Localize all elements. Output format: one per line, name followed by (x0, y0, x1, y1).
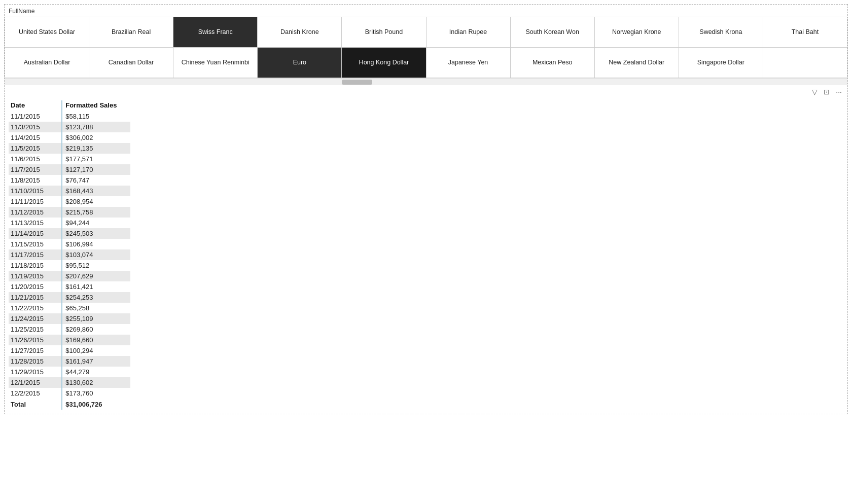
currency-cell-indian-rupee[interactable]: Indian Rupee (427, 17, 511, 48)
cell-date: 11/26/2015 (9, 335, 62, 345)
currency-cell-swiss-franc[interactable]: Swiss Franc (173, 17, 258, 48)
table-row: 11/10/2015$168,443 (9, 186, 130, 196)
cell-sales: $269,860 (62, 324, 130, 335)
data-table: Date Formatted Sales 11/1/2015$58,11511/… (9, 100, 130, 410)
currency-cell-thai-baht[interactable]: Thai Baht (763, 17, 847, 48)
outer-container: FullName United States DollarBrazilian R… (4, 4, 848, 414)
cell-date: 11/22/2015 (9, 303, 62, 313)
table-row: 11/6/2015$177,571 (9, 154, 130, 164)
cell-sales: $100,294 (62, 345, 130, 356)
horizontal-scrollbar[interactable] (5, 78, 847, 85)
currency-cell-united-states-dollar[interactable]: United States Dollar (5, 17, 89, 48)
table-row: 11/4/2015$306,002 (9, 132, 130, 143)
table-body: 11/1/2015$58,11511/3/2015$123,78811/4/20… (9, 111, 130, 399)
table-row: 11/22/2015$65,258 (9, 303, 130, 313)
cell-sales: $94,244 (62, 218, 130, 228)
cell-sales: $58,115 (62, 111, 130, 122)
total-value: $31,006,726 (62, 399, 130, 410)
table-section: Date Formatted Sales 11/1/2015$58,11511/… (5, 98, 847, 414)
table-row: 11/27/2015$100,294 (9, 345, 130, 356)
cell-sales: $169,660 (62, 335, 130, 345)
cell-sales: $127,170 (62, 164, 130, 175)
cell-date: 11/14/2015 (9, 228, 62, 239)
currency-cell-norwegian-krone[interactable]: Norwegian Krone (595, 17, 679, 48)
table-row: 11/28/2015$161,947 (9, 356, 130, 367)
cell-sales: $123,788 (62, 122, 130, 132)
cell-date: 11/4/2015 (9, 132, 62, 143)
total-label: Total (9, 399, 62, 410)
cell-date: 11/6/2015 (9, 154, 62, 164)
cell-date: 11/29/2015 (9, 367, 62, 377)
currency-cell-japanese-yen[interactable]: Japanese Yen (427, 48, 511, 78)
table-row: 11/19/2015$207,629 (9, 271, 130, 281)
full-name-label: FullName (5, 7, 847, 17)
cell-date: 12/1/2015 (9, 377, 62, 388)
table-row: 11/15/2015$106,994 (9, 239, 130, 249)
cell-date: 11/20/2015 (9, 281, 62, 292)
currency-cell-new-zealand-dollar[interactable]: New Zealand Dollar (595, 48, 679, 78)
cell-sales: $215,758 (62, 207, 130, 218)
currency-cell-euro[interactable]: Euro (258, 48, 342, 78)
currency-cell-mexican-peso[interactable]: Mexican Peso (511, 48, 595, 78)
table-row: 12/2/2015$173,760 (9, 388, 130, 399)
cell-sales: $65,258 (62, 303, 130, 313)
currency-cell-empty-9 (763, 48, 847, 78)
currency-cell-danish-krone[interactable]: Danish Krone (258, 17, 342, 48)
cell-date: 11/19/2015 (9, 271, 62, 281)
table-row: 11/7/2015$127,170 (9, 164, 130, 175)
cell-date: 12/2/2015 (9, 388, 62, 399)
currency-cell-british-pound[interactable]: British Pound (342, 17, 426, 48)
table-row: 11/12/2015$215,758 (9, 207, 130, 218)
currency-cell-singapore-dollar[interactable]: Singapore Dollar (679, 48, 763, 78)
cell-sales: $207,629 (62, 271, 130, 281)
currency-cell-south-korean-won[interactable]: South Korean Won (511, 17, 595, 48)
cell-date: 11/1/2015 (9, 111, 62, 122)
cell-date: 11/25/2015 (9, 324, 62, 335)
cell-date: 11/27/2015 (9, 345, 62, 356)
total-row: Total $31,006,726 (9, 399, 130, 410)
table-row: 11/29/2015$44,279 (9, 367, 130, 377)
currency-cell-brazilian-real[interactable]: Brazilian Real (89, 17, 173, 48)
cell-sales: $95,512 (62, 260, 130, 271)
currency-cell-chinese-yuan-renminbi[interactable]: Chinese Yuan Renminbi (173, 48, 258, 78)
table-row: 11/1/2015$58,115 (9, 111, 130, 122)
cell-sales: $219,135 (62, 143, 130, 154)
cell-date: 11/10/2015 (9, 186, 62, 196)
cell-date: 11/11/2015 (9, 196, 62, 207)
scrollbar-thumb[interactable] (342, 80, 372, 85)
cell-sales: $168,443 (62, 186, 130, 196)
table-row: 11/21/2015$254,253 (9, 292, 130, 303)
more-icon[interactable]: ··· (834, 87, 843, 97)
table-row: 11/24/2015$255,109 (9, 313, 130, 324)
table-header-row: Date Formatted Sales (9, 100, 130, 111)
currency-cell-canadian-dollar[interactable]: Canadian Dollar (89, 48, 173, 78)
cell-date: 11/8/2015 (9, 175, 62, 186)
table-row: 11/14/2015$245,503 (9, 228, 130, 239)
currency-cell-australian-dollar[interactable]: Australian Dollar (5, 48, 89, 78)
cell-date: 11/21/2015 (9, 292, 62, 303)
cell-sales: $254,253 (62, 292, 130, 303)
cell-sales: $245,503 (62, 228, 130, 239)
cell-sales: $255,109 (62, 313, 130, 324)
table-row: 11/17/2015$103,074 (9, 249, 130, 260)
filter-icon[interactable]: ▽ (810, 87, 819, 97)
cell-sales: $173,760 (62, 388, 130, 399)
table-row: 12/1/2015$130,602 (9, 377, 130, 388)
currency-cell-swedish-krona[interactable]: Swedish Krona (679, 17, 763, 48)
cell-sales: $161,421 (62, 281, 130, 292)
cell-sales: $76,747 (62, 175, 130, 186)
export-icon[interactable]: ⊡ (822, 87, 831, 97)
cell-date: 11/24/2015 (9, 313, 62, 324)
table-row: 11/25/2015$269,860 (9, 324, 130, 335)
cell-date: 11/18/2015 (9, 260, 62, 271)
cell-sales: $103,074 (62, 249, 130, 260)
table-row: 11/5/2015$219,135 (9, 143, 130, 154)
table-row: 11/20/2015$161,421 (9, 281, 130, 292)
table-row: 11/3/2015$123,788 (9, 122, 130, 132)
cell-date: 11/13/2015 (9, 218, 62, 228)
table-row: 11/26/2015$169,660 (9, 335, 130, 345)
cell-sales: $130,602 (62, 377, 130, 388)
cell-date: 11/7/2015 (9, 164, 62, 175)
currency-cell-hong-kong-dollar[interactable]: Hong Kong Dollar (342, 48, 426, 78)
cell-sales: $177,571 (62, 154, 130, 164)
